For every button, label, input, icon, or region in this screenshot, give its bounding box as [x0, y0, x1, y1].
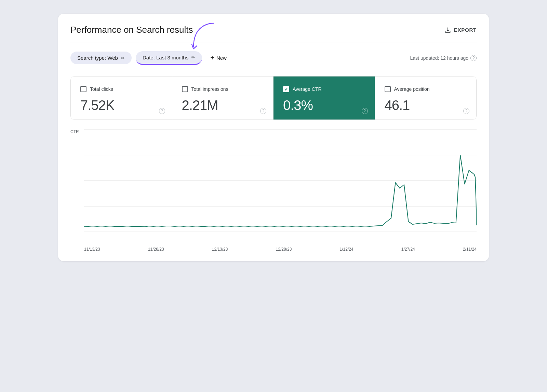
metric-average-ctr[interactable]: ✓ Average CTR 0.3% ?	[274, 76, 375, 120]
export-icon	[444, 27, 451, 33]
chart-y-label: CTR	[70, 129, 79, 134]
new-label: New	[216, 55, 227, 61]
last-updated: Last updated: 12 hours ago ?	[410, 55, 477, 61]
metrics-row: ✓ Total clicks 7.52K ? ✓ Total impressio…	[70, 76, 477, 120]
total-clicks-checkbox[interactable]: ✓	[80, 86, 86, 92]
last-updated-help-icon[interactable]: ?	[470, 55, 477, 61]
header-row: Performance on Search results EXPORT	[70, 25, 477, 35]
x-label-1: 11/28/23	[148, 247, 164, 252]
export-button[interactable]: EXPORT	[444, 27, 477, 33]
edit-icon: ✏	[121, 55, 125, 61]
total-impressions-help: ?	[260, 108, 266, 114]
date-filter[interactable]: Date: Last 3 months ✏	[136, 51, 202, 65]
main-card: Performance on Search results EXPORT Sea…	[58, 14, 489, 261]
metric-total-impressions[interactable]: ✓ Total impressions 2.21M ?	[172, 76, 274, 120]
average-position-value: 46.1	[385, 98, 467, 113]
metric-average-position[interactable]: ✓ Average position 46.1 ?	[375, 76, 477, 120]
average-position-help: ?	[463, 108, 469, 114]
total-clicks-value: 7.52K	[80, 98, 162, 113]
average-ctr-checkbox[interactable]: ✓	[283, 86, 289, 92]
average-ctr-help: ?	[362, 108, 368, 114]
average-ctr-help-icon[interactable]: ?	[362, 108, 368, 114]
average-position-checkbox[interactable]: ✓	[385, 86, 391, 92]
chart-area: CTR 6% 4% 2% 0%	[70, 120, 477, 261]
filters-row: Search type: Web ✏ Date: Last 3 months ✏…	[70, 51, 477, 65]
last-updated-text: Last updated: 12 hours ago	[410, 55, 468, 61]
chart-svg: 6% 4% 2% 0%	[84, 129, 477, 232]
average-ctr-value: 0.3%	[283, 98, 365, 113]
total-clicks-label: Total clicks	[90, 86, 113, 92]
metric-header: ✓ Average CTR	[283, 86, 365, 92]
total-impressions-value: 2.21M	[182, 98, 264, 113]
average-position-help-icon[interactable]: ?	[463, 108, 469, 114]
chart-container: CTR 6% 4% 2% 0%	[70, 129, 477, 246]
search-type-label: Search type: Web	[77, 55, 118, 61]
x-label-6: 2/11/24	[463, 247, 477, 252]
new-filter-button[interactable]: + New	[206, 51, 231, 65]
x-label-3: 12/28/23	[276, 247, 292, 252]
x-label-0: 11/13/23	[84, 247, 100, 252]
edit-date-icon: ✏	[191, 55, 195, 60]
date-label: Date: Last 3 months	[143, 55, 188, 60]
total-impressions-label: Total impressions	[191, 86, 228, 92]
chart-x-labels: 11/13/23 11/28/23 12/13/23 12/28/23 1/12…	[70, 247, 477, 261]
average-ctr-label: Average CTR	[293, 86, 322, 92]
metric-header: ✓ Total impressions	[182, 86, 264, 92]
x-label-4: 1/12/24	[340, 247, 353, 252]
plus-icon: +	[210, 54, 214, 62]
x-label-2: 12/13/23	[212, 247, 228, 252]
chart-svg-wrapper: 6% 4% 2% 0%	[84, 129, 477, 232]
page-title: Performance on Search results	[70, 25, 193, 35]
metric-header: ✓ Total clicks	[80, 86, 162, 92]
header-divider	[70, 42, 477, 42]
total-impressions-checkbox[interactable]: ✓	[182, 86, 188, 92]
metric-total-clicks[interactable]: ✓ Total clicks 7.52K ?	[71, 76, 172, 120]
total-clicks-help-icon[interactable]: ?	[159, 108, 165, 114]
x-label-5: 1/27/24	[401, 247, 415, 252]
total-clicks-help: ?	[159, 108, 165, 114]
metric-header: ✓ Average position	[385, 86, 467, 92]
average-position-label: Average position	[394, 86, 430, 92]
search-type-filter[interactable]: Search type: Web ✏	[70, 52, 132, 64]
total-impressions-help-icon[interactable]: ?	[260, 108, 266, 114]
check-mark: ✓	[284, 87, 288, 92]
